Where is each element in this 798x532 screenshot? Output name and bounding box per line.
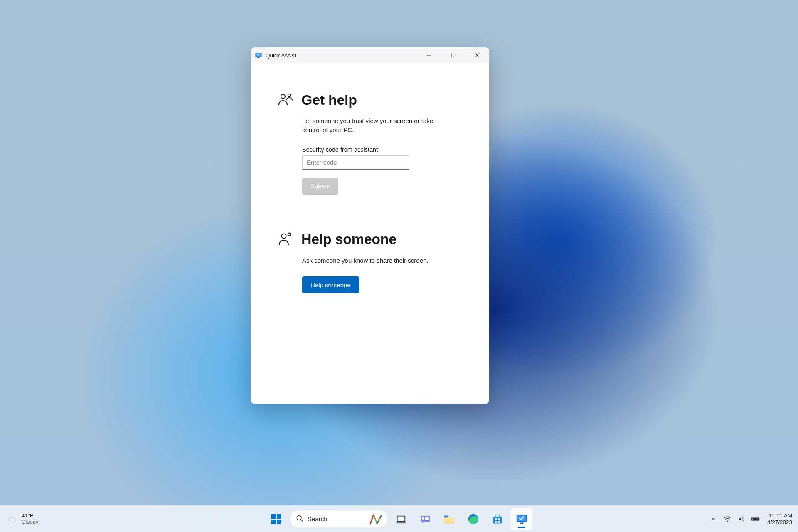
chat-button[interactable] — [414, 508, 436, 530]
submit-button[interactable]: Submit — [302, 178, 338, 195]
svg-rect-31 — [495, 518, 497, 520]
get-help-description: Let someone you trust view your screen o… — [302, 116, 435, 135]
help-someone-icon — [277, 231, 294, 248]
svg-point-8 — [288, 94, 291, 96]
taskbar-clock[interactable]: 11:11 AM 4/27/2023 — [767, 512, 792, 525]
svg-rect-23 — [396, 522, 406, 523]
svg-point-20 — [378, 518, 380, 521]
get-help-icon — [277, 91, 294, 108]
help-someone-title: Help someone — [301, 231, 397, 247]
task-view-button[interactable] — [390, 508, 412, 530]
svg-line-19 — [301, 519, 303, 521]
close-button[interactable] — [465, 47, 489, 63]
svg-rect-30 — [495, 515, 500, 517]
file-explorer-button[interactable] — [438, 508, 460, 530]
get-help-section: Get help Let someone you trust view your… — [277, 91, 463, 195]
weather-condition: Cloudy — [22, 519, 38, 525]
taskbar-search[interactable]: Search — [290, 510, 388, 528]
start-button[interactable] — [266, 508, 287, 530]
clock-date: 4/27/2023 — [767, 519, 792, 526]
svg-point-10 — [288, 233, 291, 236]
help-someone-button[interactable]: Help someone — [302, 276, 359, 293]
security-code-label: Security code from assistant — [302, 146, 463, 153]
svg-rect-14 — [271, 514, 276, 519]
svg-rect-41 — [759, 518, 759, 520]
window-title: Quick Assist — [266, 52, 296, 59]
svg-point-9 — [282, 234, 286, 238]
svg-rect-33 — [495, 521, 497, 522]
svg-rect-40 — [752, 518, 758, 520]
svg-rect-22 — [398, 516, 405, 521]
svg-rect-32 — [498, 518, 500, 520]
svg-rect-16 — [271, 520, 276, 524]
search-icon — [296, 515, 303, 524]
tray-chevron-icon[interactable] — [709, 515, 717, 523]
quick-assist-app-icon — [255, 52, 262, 59]
svg-rect-29 — [493, 516, 502, 523]
help-someone-section: Help someone Ask someone you know to sha… — [277, 231, 463, 293]
svg-rect-26 — [444, 517, 454, 522]
svg-rect-4 — [451, 54, 455, 57]
wifi-icon[interactable] — [723, 515, 732, 523]
svg-rect-34 — [498, 521, 500, 522]
help-someone-description: Ask someone you know to share their scre… — [302, 256, 435, 265]
maximize-button[interactable] — [441, 47, 465, 63]
taskbar-weather-widget[interactable]: 41°F Cloudy — [6, 506, 38, 532]
svg-rect-17 — [277, 520, 281, 524]
svg-rect-2 — [257, 57, 260, 58]
svg-point-7 — [281, 94, 285, 99]
svg-rect-37 — [520, 522, 523, 524]
quick-assist-taskbar-button[interactable] — [511, 508, 532, 530]
titlebar[interactable]: Quick Assist — [251, 47, 489, 63]
volume-icon[interactable] — [737, 515, 746, 523]
edge-button[interactable] — [463, 508, 484, 530]
minimize-button[interactable] — [417, 47, 441, 63]
microsoft-store-button[interactable] — [487, 508, 508, 530]
security-code-input[interactable] — [302, 155, 409, 170]
svg-rect-15 — [277, 514, 281, 519]
svg-point-38 — [727, 521, 728, 522]
taskbar: 41°F Cloudy Search — [0, 505, 798, 532]
search-doodle-icon — [368, 512, 384, 526]
weather-cloud-icon — [6, 513, 17, 525]
get-help-title: Get help — [301, 92, 357, 108]
clock-time: 11:11 AM — [768, 512, 792, 519]
quick-assist-window: Quick Assist — [251, 47, 489, 404]
svg-rect-25 — [425, 517, 429, 520]
system-tray[interactable]: 11:11 AM 4/27/2023 — [709, 506, 792, 532]
battery-icon[interactable] — [751, 515, 760, 523]
weather-temp: 41°F — [22, 513, 38, 519]
svg-point-24 — [422, 517, 424, 520]
svg-rect-27 — [444, 515, 448, 517]
